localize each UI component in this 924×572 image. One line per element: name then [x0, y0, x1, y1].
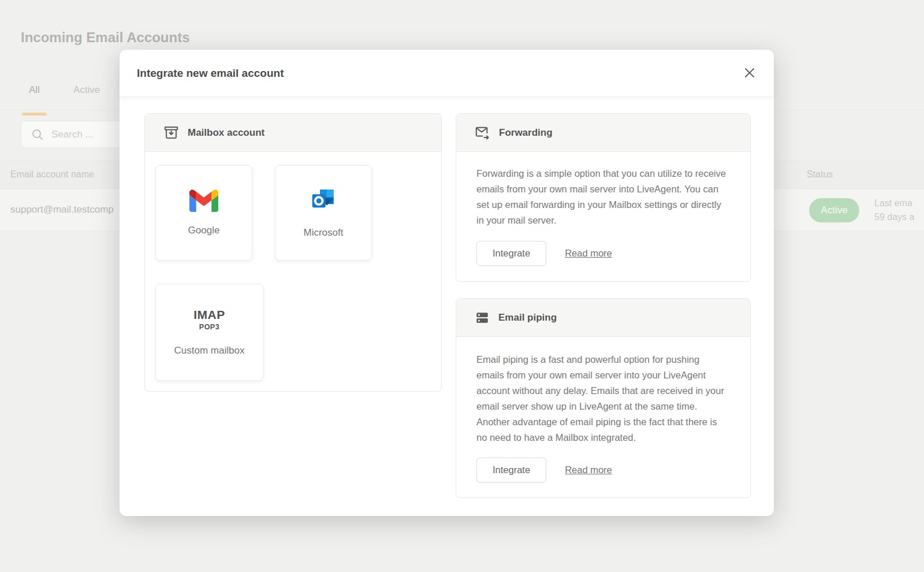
custom-mailbox-tile[interactable]: IMAP POP3 Custom mailbox	[155, 284, 263, 381]
google-tile-label: Google	[188, 225, 220, 236]
mailbox-icon	[163, 125, 179, 140]
pop3-label: POP3	[199, 323, 219, 331]
email-piping-actions: Integrate Read more	[476, 458, 612, 482]
google-tile[interactable]: Google	[155, 165, 252, 261]
modal-header: Integrate new email account	[120, 50, 774, 97]
screen: Incoming Email Accounts All Active Inact…	[0, 0, 924, 572]
close-icon[interactable]	[736, 59, 763, 87]
email-piping-description: Email piping is a fast and powerful opti…	[476, 352, 726, 445]
microsoft-tile-label: Microsoft	[304, 227, 344, 239]
mailbox-account-title: Mailbox account	[188, 127, 264, 139]
forward-email-icon	[475, 125, 490, 140]
forwarding-integrate-button[interactable]: Integrate	[476, 241, 546, 266]
mailbox-account-card-header: Mailbox account	[145, 114, 441, 152]
email-piping-icon	[475, 310, 490, 325]
forwarding-card: Forwarding Forwarding is a simple option…	[456, 113, 751, 282]
email-piping-card: Email piping Email piping is a fast and …	[456, 298, 751, 498]
integrate-email-modal: Integrate new email account Mailbox acco…	[120, 50, 774, 516]
email-piping-title: Email piping	[498, 312, 557, 324]
microsoft-tile[interactable]: Microsoft	[275, 165, 372, 261]
mailbox-account-card: Mailbox account Google	[144, 113, 442, 392]
forwarding-read-more-link[interactable]: Read more	[565, 248, 612, 259]
custom-mailbox-label: Custom mailbox	[174, 345, 245, 356]
email-piping-card-header: Email piping	[456, 299, 750, 337]
email-piping-integrate-button[interactable]: Integrate	[476, 458, 546, 482]
forwarding-actions: Integrate Read more	[476, 241, 612, 266]
imap-label: IMAP	[193, 308, 225, 322]
outlook-icon	[310, 188, 337, 214]
forwarding-title: Forwarding	[499, 127, 553, 139]
forwarding-description: Forwarding is a simple option that you c…	[476, 166, 726, 228]
gmail-icon	[189, 190, 218, 212]
email-piping-read-more-link[interactable]: Read more	[565, 465, 612, 476]
modal-title: Integrate new email account	[137, 67, 284, 80]
forwarding-card-header: Forwarding	[456, 114, 750, 152]
